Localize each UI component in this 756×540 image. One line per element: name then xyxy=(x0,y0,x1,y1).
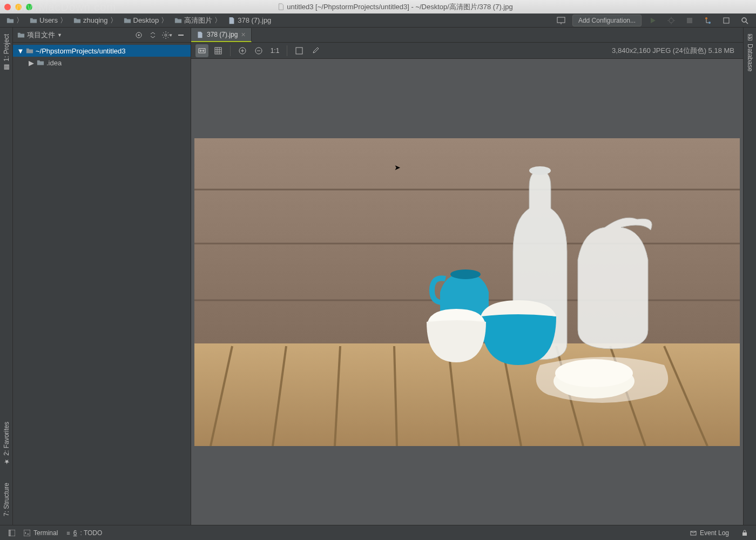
svg-point-9 xyxy=(708,22,711,24)
expand-all-icon[interactable] xyxy=(147,30,158,40)
breadcrumb-label: zhuqing xyxy=(83,16,108,24)
zoom-out-icon[interactable] xyxy=(252,44,265,57)
svg-rect-51 xyxy=(9,530,11,536)
close-tab-icon[interactable]: × xyxy=(241,30,245,39)
debug-icon[interactable] xyxy=(664,15,678,26)
grid-icon[interactable] xyxy=(212,44,225,57)
dropdown-icon[interactable]: ▼ xyxy=(57,32,62,38)
svg-rect-31 xyxy=(296,48,302,54)
breadcrumb-label: 高清图片 xyxy=(184,16,212,25)
locate-icon[interactable] xyxy=(133,30,144,40)
settings-gear-icon[interactable]: ▾ xyxy=(161,30,172,40)
file-icon xyxy=(278,3,285,10)
window-title: untitled3 [~/PhpstormProjects/untitled3]… xyxy=(39,2,752,12)
svg-point-16 xyxy=(138,34,140,36)
editor-area: 378 (7).jpg × 1:1 3,840x2,160 JPEG (24位颜… xyxy=(191,28,743,525)
left-tool-gutter: ▦1: Project ★2: Favorites 7: Structure xyxy=(0,28,13,525)
folder-icon xyxy=(26,47,33,55)
svg-point-17 xyxy=(165,34,167,36)
toggle-presentation-icon[interactable] xyxy=(554,15,568,26)
svg-point-47 xyxy=(450,269,481,279)
fit-width-icon[interactable] xyxy=(195,44,208,57)
sidebar-header: 项目文件 ▼ ▾ xyxy=(13,28,191,43)
structure-panel-tab[interactable]: 7: Structure xyxy=(2,481,11,518)
folder-icon xyxy=(17,31,25,39)
breadcrumb-sep: 〉 xyxy=(16,16,23,25)
breadcrumb-item[interactable]: Users〉 xyxy=(28,15,69,26)
image-viewport[interactable]: ➤ xyxy=(191,59,743,525)
window-title-text: untitled3 [~/PhpstormProjects/untitled3]… xyxy=(287,2,512,12)
terminal-button[interactable]: Terminal xyxy=(19,528,62,538)
todo-button[interactable]: ≡66: TODO: TODO xyxy=(62,528,106,538)
database-panel-tab[interactable]: 🗄Database xyxy=(745,32,755,73)
editor-tab[interactable]: 378 (7).jpg × xyxy=(191,28,252,42)
svg-rect-12 xyxy=(724,18,729,23)
tree-root[interactable]: ▼ ~/PhpstormProjects/untitled3 xyxy=(13,45,191,57)
folder-icon xyxy=(6,17,14,24)
event-log-button[interactable]: Event Log xyxy=(686,528,733,538)
status-bar: Terminal ≡66: TODO: TODO Event Log xyxy=(0,525,756,540)
zoom-in-icon[interactable] xyxy=(236,44,249,57)
project-tree[interactable]: ▼ ~/PhpstormProjects/untitled3 ▶ .idea xyxy=(13,43,191,525)
breadcrumb-item[interactable]: Desktop〉 xyxy=(122,15,171,26)
svg-point-46 xyxy=(529,166,551,175)
svg-rect-54 xyxy=(742,532,747,536)
svg-point-13 xyxy=(742,18,746,22)
image-toolbar: 1:1 3,840x2,160 JPEG (24位颜色) 5.18 MB xyxy=(191,43,743,59)
sync-icon[interactable] xyxy=(719,15,733,26)
watermark: www.MacDown.com xyxy=(11,1,116,14)
svg-rect-52 xyxy=(24,530,30,536)
folder-icon xyxy=(73,17,81,24)
expand-arrow-icon[interactable]: ▼ xyxy=(17,47,24,55)
file-icon xyxy=(197,31,204,38)
expand-arrow-icon[interactable]: ▶ xyxy=(28,59,35,67)
folder-icon xyxy=(124,17,131,24)
image-info: 3,840x2,160 JPEG (24位颜色) 5.18 MB xyxy=(612,46,739,56)
folder-icon xyxy=(174,17,182,24)
background-toggle-icon[interactable] xyxy=(293,44,306,57)
file-icon xyxy=(228,17,235,24)
mouse-cursor: ➤ xyxy=(394,163,401,172)
actual-size-button[interactable]: 1:1 xyxy=(268,44,281,57)
hide-icon[interactable] xyxy=(176,30,186,40)
color-picker-icon[interactable] xyxy=(309,44,322,57)
folder-icon xyxy=(37,59,44,66)
image-content: ➤ xyxy=(194,138,740,446)
breadcrumb-label: Users xyxy=(39,16,58,24)
breadcrumb-label: Desktop xyxy=(133,16,159,24)
git-icon[interactable] xyxy=(701,15,715,26)
svg-line-14 xyxy=(746,22,748,24)
close-button[interactable] xyxy=(4,4,11,10)
tree-item-label: .idea xyxy=(46,59,62,67)
project-sidebar: 项目文件 ▼ ▾ ▼ ~/PhpstormProjects/untitled3 … xyxy=(13,28,191,525)
breadcrumb-root[interactable]: 〉 xyxy=(4,15,25,26)
breadcrumb-item[interactable]: zhuqing〉 xyxy=(71,15,119,26)
search-icon[interactable] xyxy=(738,15,752,26)
right-tool-gutter: 🗄Database xyxy=(743,28,756,525)
tree-root-label: ~/PhpstormProjects/untitled3 xyxy=(36,47,126,55)
svg-rect-21 xyxy=(215,48,221,54)
lock-icon[interactable] xyxy=(738,529,752,537)
svg-point-2 xyxy=(669,18,673,23)
tree-item[interactable]: ▶ .idea xyxy=(13,57,191,69)
add-configuration-button[interactable]: Add Configuration... xyxy=(572,15,642,26)
favorites-panel-tab[interactable]: ★2: Favorites xyxy=(2,420,11,468)
project-panel-tab[interactable]: ▦1: Project xyxy=(2,32,11,73)
folder-icon xyxy=(30,17,37,24)
breadcrumb-label: 378 (7).jpg xyxy=(238,16,271,24)
stop-icon[interactable] xyxy=(683,15,697,26)
sidebar-title: 项目文件 xyxy=(27,30,55,40)
svg-rect-7 xyxy=(687,18,692,23)
navbar-tools: Add Configuration... xyxy=(554,15,752,26)
tab-label: 378 (7).jpg xyxy=(207,31,238,38)
breadcrumb-file[interactable]: 378 (7).jpg xyxy=(226,15,273,25)
svg-rect-0 xyxy=(557,17,565,23)
svg-point-8 xyxy=(705,17,707,19)
editor-tabs: 378 (7).jpg × xyxy=(191,28,743,43)
breadcrumb-item[interactable]: 高清图片〉 xyxy=(172,15,224,26)
run-icon[interactable] xyxy=(646,15,660,26)
navigation-bar: 〉 Users〉 zhuqing〉 Desktop〉 高清图片〉 378 (7)… xyxy=(0,14,756,28)
photo-placeholder xyxy=(194,138,740,446)
tool-window-button[interactable] xyxy=(4,529,19,537)
